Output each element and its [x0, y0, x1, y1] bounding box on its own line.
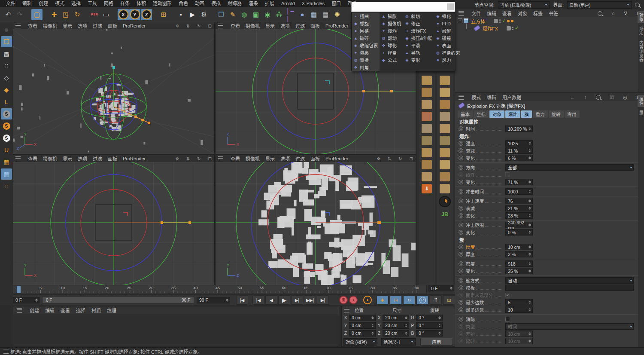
- viewport-menu-摄像机[interactable]: 摄像机: [246, 22, 260, 29]
- coords-pos-field-Y[interactable]: 0 cm: [349, 322, 376, 329]
- plugin-icon-a8[interactable]: [422, 160, 432, 169]
- target-icon[interactable]: ◎: [623, 95, 627, 100]
- material-menu-icon[interactable]: [17, 308, 22, 313]
- viewport-menu-选项[interactable]: 选项: [78, 155, 87, 162]
- menu-Arnold[interactable]: Arnold: [278, 0, 298, 7]
- attr-tab-旋转[interactable]: 旋转: [549, 110, 564, 118]
- param-record-circle[interactable]: [459, 189, 463, 194]
- enabled-check-icon[interactable]: ✓: [502, 18, 506, 24]
- menu-编辑[interactable]: 编辑: [19, 0, 35, 7]
- param-text-模板[interactable]: [505, 285, 634, 291]
- viewport-orbit-icon[interactable]: ↻: [398, 156, 402, 161]
- deformer-item-扭曲[interactable]: ◖扭曲: [352, 12, 380, 20]
- axis-y-lock[interactable]: Y: [129, 9, 140, 20]
- param-field-变化[interactable]: 28 %: [505, 212, 533, 219]
- param-field-冲击速度[interactable]: 76: [505, 198, 533, 204]
- range-end-field[interactable]: 90 F: [197, 297, 230, 303]
- panel-menu-icon[interactable]: [218, 24, 223, 28]
- deformer-item-平滑[interactable]: ●平滑: [403, 42, 434, 49]
- menu-扩展[interactable]: 扩展: [261, 0, 278, 7]
- viewport-right[interactable]: 查看摄像机显示选项过滤面板ProRender✥⇅↻⊡YZ: [216, 155, 416, 285]
- attr-tab-重力[interactable]: 重力: [533, 110, 548, 118]
- deformer-item-导轨[interactable]: ▲导轨: [403, 49, 434, 56]
- viewport-front-canvas[interactable]: YX: [13, 162, 214, 285]
- attr-tab-簇[interactable]: 簇: [521, 110, 532, 118]
- attr-tab-专用[interactable]: 专用: [565, 110, 580, 118]
- viewport-menu-显示[interactable]: 显示: [63, 22, 72, 29]
- attribute-menu-用户数据[interactable]: 用户数据: [502, 94, 521, 101]
- rotate-icon[interactable]: ↻: [72, 9, 83, 20]
- viewport-menu-查看[interactable]: 查看: [231, 155, 240, 162]
- param-field-变化[interactable]: 6 %: [505, 155, 533, 161]
- menu-创建[interactable]: 创建: [35, 0, 52, 7]
- param-field-最少边数[interactable]: 5: [505, 299, 533, 306]
- prev-frame-button[interactable]: ◀: [265, 295, 277, 305]
- coords-size-field-Y[interactable]: 20 cm: [383, 322, 409, 329]
- param-field-厚度[interactable]: 3 %: [505, 251, 533, 257]
- coords-rot-field-B[interactable]: 0 °: [416, 330, 443, 337]
- pen-spline-icon[interactable]: ✎: [227, 9, 238, 20]
- next-frame-button[interactable]: ▶|: [291, 295, 303, 305]
- download-arrow-icon[interactable]: ⬇: [422, 184, 432, 193]
- panel-menu-icon[interactable]: [218, 156, 223, 161]
- param-record-circle[interactable]: [459, 278, 463, 283]
- key-scale-toggle[interactable]: ◳: [390, 295, 402, 305]
- object-menu-书签[interactable]: 书签: [549, 10, 558, 17]
- workplane-lock-icon[interactable]: ▦: [1, 168, 12, 180]
- axis-x-lock[interactable]: X: [118, 9, 129, 20]
- deformer-item-颤动[interactable]: ◍颤动: [380, 34, 403, 42]
- search-icon[interactable]: [635, 3, 640, 7]
- camera-icon[interactable]: ▤: [320, 9, 331, 20]
- menu-角色[interactable]: 角色: [175, 0, 191, 7]
- axis-mode-icon[interactable]: L: [1, 96, 12, 107]
- deformer-icon[interactable]: ●: [297, 9, 308, 20]
- range-start-field[interactable]: 0 F: [13, 297, 39, 303]
- viewport-pan-icon[interactable]: ✥: [377, 156, 380, 161]
- plugin-icon-b4[interactable]: [440, 112, 450, 121]
- deformer-item-锥化[interactable]: ◆锥化: [434, 12, 462, 20]
- viewport-orbit-icon[interactable]: ↻: [197, 156, 200, 161]
- visibility-dots-icon[interactable]: [512, 27, 513, 30]
- plugin-icon-b10[interactable]: [440, 184, 450, 193]
- magnet-icon[interactable]: U: [1, 144, 12, 156]
- enabled-check-icon[interactable]: ✓: [515, 25, 519, 31]
- snap-modes-icon[interactable]: S: [1, 132, 12, 144]
- plugin-icon-a7[interactable]: [422, 148, 432, 157]
- volume-icon[interactable]: ◉: [262, 9, 273, 20]
- texture-tag-icon[interactable]: [494, 19, 498, 23]
- subdivision-surface-icon[interactable]: ◍: [239, 9, 250, 20]
- coordinates-menu-icon[interactable]: [344, 308, 349, 312]
- object-name[interactable]: 立方体: [471, 18, 485, 24]
- deformer-item-表面[interactable]: ✦表面: [434, 42, 462, 49]
- viewport-menu-查看[interactable]: 查看: [28, 155, 37, 162]
- viewport-menu-prorender[interactable]: ProRender: [123, 156, 146, 161]
- menu-X-Particles[interactable]: X-Particles: [298, 0, 328, 7]
- material-menu-纹理[interactable]: 纹理: [107, 307, 116, 314]
- environment-floor-icon[interactable]: ▦: [308, 9, 319, 20]
- viewport-menu-prorender[interactable]: ProRender: [325, 23, 348, 28]
- viewport-perspective-canvas[interactable]: YXZ: [13, 29, 214, 154]
- viewport-menu-prorender[interactable]: ProRender: [123, 23, 146, 28]
- plugin-icon-b9[interactable]: [440, 172, 450, 181]
- object-menu-对象[interactable]: 对象: [518, 10, 527, 17]
- render-settings-icon[interactable]: ⚙: [198, 9, 210, 20]
- texture-mode-icon[interactable]: ▩: [1, 48, 12, 59]
- key-parameter-toggle[interactable]: P: [416, 295, 428, 305]
- deformer-item-修正[interactable]: ❖修正: [403, 20, 434, 27]
- param-field-变化[interactable]: 71 %: [505, 179, 533, 185]
- status-menu-icon[interactable]: [3, 349, 9, 354]
- point-mode-icon[interactable]: ∷: [1, 60, 12, 71]
- param-record-circle[interactable]: [459, 285, 463, 290]
- attribute-menu-模式[interactable]: 模式: [471, 94, 481, 101]
- deformer-item-斜切[interactable]: ◍斜切: [403, 12, 434, 20]
- timeline-film-button[interactable]: ▤: [443, 295, 455, 305]
- viewport-menu-面板[interactable]: 面板: [310, 155, 320, 162]
- mograph-cloner-icon[interactable]: ⁂: [273, 9, 285, 20]
- filter-icon[interactable]: ∇: [624, 11, 627, 16]
- param-record-circle[interactable]: [459, 213, 463, 218]
- menu-渲染[interactable]: 渲染: [245, 0, 261, 7]
- key-rotation-toggle[interactable]: ↻: [403, 295, 415, 305]
- param-field-变化[interactable]: 25 %: [505, 268, 533, 274]
- attribute-menu-icon[interactable]: [459, 95, 464, 100]
- texture-tag-icon[interactable]: [507, 26, 511, 31]
